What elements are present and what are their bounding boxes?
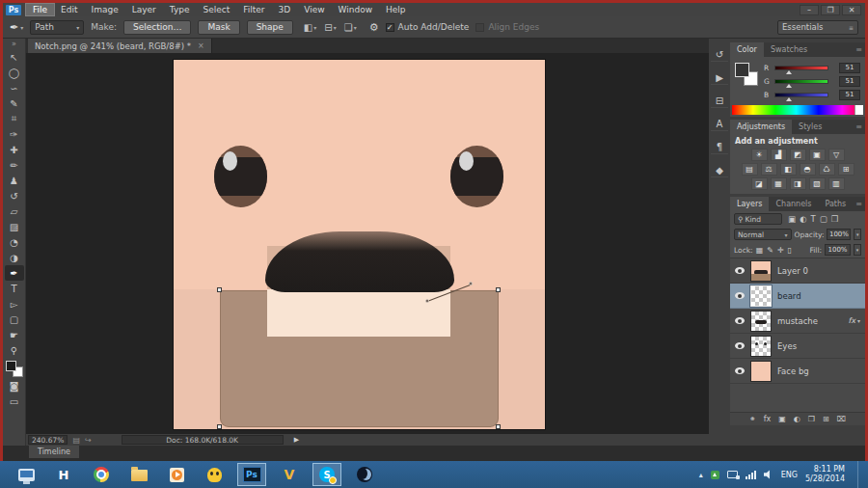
layer-thumbnail[interactable] [750, 260, 772, 282]
fill-field[interactable]: 100% [825, 244, 851, 256]
panel-tab-paths[interactable]: Paths [819, 197, 854, 211]
make-mask-button[interactable]: Mask [198, 20, 239, 35]
tool-gradient[interactable]: ▨ [5, 219, 24, 234]
canvas-area[interactable] [26, 53, 709, 434]
volume-icon[interactable] [764, 470, 773, 479]
option-icon-path-operations[interactable]: ◧▾ [304, 22, 316, 33]
auto-add-delete-checkbox[interactable]: ✓ Auto Add/Delete [386, 22, 470, 32]
adjustment-black-white[interactable]: ◧ [780, 163, 797, 176]
adjustment-selective-color[interactable]: ▧ [809, 177, 826, 190]
adjustment-channel-mixer[interactable]: ♺ [819, 163, 835, 176]
make-selection-button[interactable]: Selection… [123, 20, 191, 35]
layer-row-mustache[interactable]: mustache fx [730, 309, 865, 334]
menu-item-select[interactable]: Select [196, 4, 236, 15]
tool-spot-healing[interactable]: ✚ [5, 142, 24, 157]
taskbar-file-explorer[interactable] [124, 463, 153, 486]
fx-badge[interactable]: fx [849, 316, 860, 325]
tool-shape[interactable]: ▢ [5, 312, 24, 327]
taskbar-photoshop[interactable]: Ps [237, 463, 266, 486]
menu-item-edit[interactable]: Edit [54, 4, 84, 15]
lock-icon-lock-pixels[interactable]: ✎ [767, 246, 773, 255]
menu-item-layer[interactable]: Layer [125, 4, 163, 15]
update-tray-icon[interactable] [711, 471, 719, 479]
make-shape-button[interactable]: Shape [247, 20, 293, 35]
adjustment-curves[interactable]: ◩ [790, 149, 806, 161]
dock-icon-character[interactable]: A [711, 118, 728, 131]
lock-icon-lock-all[interactable]: ▯ [788, 246, 792, 255]
close-button[interactable]: ✕ [842, 5, 861, 15]
restore-button[interactable]: ❐ [821, 5, 840, 15]
foreground-color-swatch[interactable] [735, 63, 749, 77]
panel-menu-icon[interactable]: ≡ [855, 45, 865, 54]
option-icon-path-arrangement[interactable]: ❏▾ [344, 22, 357, 33]
show-desktop-button[interactable] [857, 461, 862, 488]
filter-icon-filter-smart-objects[interactable]: ❒ [831, 214, 839, 224]
blend-mode-dropdown[interactable]: Normal ▾ [734, 229, 792, 240]
collapse-tools-icon[interactable]: » [12, 39, 16, 49]
adjustment-invert[interactable]: ◪ [751, 177, 768, 190]
tool-move[interactable]: ↖ [5, 49, 24, 65]
layers-footer-icon-layer-style[interactable]: fx [764, 415, 772, 423]
adjustment-color-balance[interactable]: ⚖ [761, 163, 777, 176]
tool-screen-mode[interactable]: ▭ [5, 393, 24, 409]
menu-item-view[interactable]: View [297, 4, 331, 15]
tray-expand-icon[interactable]: ▴ [699, 471, 703, 479]
color-spectrum-ramp[interactable] [732, 105, 863, 115]
tool-zoom[interactable]: ⚲ [5, 342, 24, 358]
taskbar-media-player[interactable] [162, 463, 191, 486]
channel-value-field[interactable]: 51 [839, 90, 860, 100]
filter-icon-filter-shape-layers[interactable]: ▢ [820, 214, 827, 224]
dock-icon-history[interactable]: ↺ [711, 48, 728, 62]
adjustment-posterize[interactable]: ▦ [771, 177, 787, 190]
tool-dodge[interactable]: ◑ [5, 250, 24, 265]
fill-scrubber[interactable]: ▾ [854, 244, 861, 256]
timeline-tab[interactable]: Timeline [29, 446, 79, 458]
path-anchor[interactable] [496, 424, 501, 429]
minimize-button[interactable]: – [800, 5, 819, 15]
channel-value-field[interactable]: 51 [839, 76, 860, 87]
tool-blur[interactable]: ◔ [5, 234, 24, 250]
layers-footer-icon-new-layer[interactable]: ⊞ [823, 415, 829, 423]
dock-icon-actions[interactable]: ▶ [711, 71, 728, 85]
taskbar-app-h[interactable]: H [49, 463, 78, 486]
menu-item-window[interactable]: Window [332, 4, 380, 15]
language-indicator[interactable]: ENG [781, 471, 798, 479]
taskbar-skype[interactable]: S [312, 463, 341, 486]
panel-tab-styles[interactable]: Styles [792, 120, 828, 134]
option-icon-path-alignment[interactable]: ⊟▾ [324, 22, 336, 33]
layer-row-eyes[interactable]: Eyes [730, 334, 865, 359]
path-anchor[interactable] [217, 424, 222, 429]
workspace-switcher[interactable]: Essentials ≡ [777, 20, 858, 35]
panel-tab-adjustments[interactable]: Adjustments [730, 120, 792, 134]
adjustment-levels[interactable]: ▟ [771, 149, 787, 161]
menu-item-filter[interactable]: Filter [236, 4, 271, 15]
tool-crop[interactable]: ⌗ [5, 111, 24, 126]
channel-slider[interactable] [774, 66, 828, 70]
adjustment-hue-saturation[interactable]: ▤ [742, 163, 758, 176]
channel-slider[interactable] [774, 93, 828, 97]
dock-icon-paragraph[interactable]: ¶ [711, 141, 728, 154]
adjustment-vibrance[interactable]: ▽ [828, 149, 845, 161]
layers-footer-icon-delete-layer[interactable]: ⌧ [837, 415, 846, 423]
layer-thumbnail[interactable] [750, 311, 772, 332]
document-tab[interactable]: Notch.png @ 241% (beard, RGB/8#) * × [28, 39, 212, 53]
taskbar-app-swirl[interactable] [350, 463, 379, 486]
adjustment-gradient-map[interactable]: ▥ [828, 177, 845, 190]
panel-tab-layers[interactable]: Layers [730, 197, 769, 211]
tool-mode-dropdown[interactable]: Path ▾ [30, 20, 84, 35]
tool-hand[interactable]: ☛ [5, 327, 24, 342]
adjustment-brightness-contrast[interactable]: ☀ [751, 149, 768, 161]
slider-thumb-icon[interactable] [786, 97, 792, 101]
color-swatches[interactable] [6, 361, 23, 377]
menu-item-help[interactable]: Help [379, 4, 413, 15]
layer-row-beard[interactable]: beard [730, 284, 865, 309]
opacity-scrubber[interactable]: ▾ [854, 229, 861, 240]
tool-marquee[interactable]: ◯ [5, 65, 24, 80]
layer-row-face-bg[interactable]: Face bg [730, 359, 865, 384]
tool-lasso[interactable]: ∽ [5, 80, 24, 95]
visibility-eye-icon[interactable] [735, 342, 745, 349]
notch-face-image[interactable] [174, 60, 545, 429]
filter-icon-filter-type-layers[interactable]: T [810, 214, 815, 224]
menu-item-file[interactable]: File [26, 4, 54, 15]
menu-item-3d[interactable]: 3D [272, 4, 298, 15]
